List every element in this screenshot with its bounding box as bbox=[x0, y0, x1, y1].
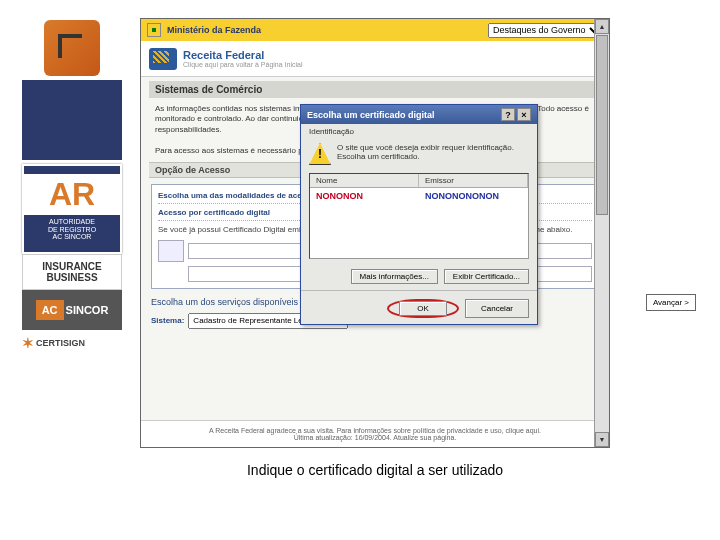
cert-name-cell: NONONON bbox=[310, 188, 419, 204]
brazil-flag-icon bbox=[147, 23, 161, 37]
scroll-down-button[interactable]: ▼ bbox=[595, 432, 609, 447]
ar-logo-text: AR bbox=[24, 174, 120, 215]
ar-logo: AR AUTORIDADE DE REGISTRO AC SINCOR bbox=[22, 164, 122, 254]
cancel-button[interactable]: Cancelar bbox=[465, 299, 529, 318]
dialog-title-text: Escolha um certificado digital bbox=[307, 110, 435, 120]
dialog-titlebar[interactable]: Escolha um certificado digital ? × bbox=[301, 105, 537, 124]
vertical-scrollbar[interactable]: ▲ ▼ bbox=[594, 19, 609, 447]
dialog-subheader: Identificação bbox=[301, 124, 537, 139]
certificate-row[interactable]: NONONON NONONONONON bbox=[310, 188, 528, 204]
insurance-logo: INSURANCE BUSINESS bbox=[22, 254, 122, 290]
more-info-button[interactable]: Mais informações... bbox=[351, 269, 438, 284]
view-certificate-button[interactable]: Exibir Certificado... bbox=[444, 269, 529, 284]
receita-header: Receita Federal Clique aqui para voltar … bbox=[141, 41, 609, 77]
certificate-dialog: Escolha um certificado digital ? × Ident… bbox=[300, 104, 538, 325]
ac-sincor-logo: AC SINCOR bbox=[22, 290, 122, 330]
dialog-bottom-buttons: OK Cancelar bbox=[301, 293, 537, 324]
page-footer: A Receita Federal agradece a sua visita.… bbox=[141, 420, 609, 447]
dialog-help-button[interactable]: ? bbox=[501, 108, 515, 121]
certificate-listbox[interactable]: Nome Emissor NONONON NONONONONON bbox=[309, 173, 529, 259]
cert-list-header: Nome Emissor bbox=[310, 174, 528, 188]
receita-home-link[interactable]: Clique aqui para voltar à Página Inicial bbox=[183, 61, 302, 68]
star-icon: ✶ bbox=[22, 335, 34, 351]
blue-spacer bbox=[22, 80, 122, 160]
sincor-text: SINCOR bbox=[66, 304, 109, 316]
section-title: Sistemas de Comércio bbox=[149, 81, 601, 98]
certificate-icon[interactable] bbox=[158, 240, 184, 262]
system-label: Sistema: bbox=[151, 316, 184, 325]
scroll-thumb[interactable] bbox=[596, 35, 608, 215]
ministry-label: Ministério da Fazenda bbox=[167, 25, 261, 35]
column-name[interactable]: Nome bbox=[310, 174, 419, 187]
certisign-logo: ✶ CERTISIGN bbox=[22, 330, 122, 356]
ok-button[interactable]: OK bbox=[399, 301, 447, 316]
receita-title: Receita Federal bbox=[183, 49, 302, 61]
government-bar: Ministério da Fazenda Destaques do Gover… bbox=[141, 19, 609, 41]
slide-caption: Indique o certificado digital a ser util… bbox=[160, 462, 590, 478]
cert-issuer-cell: NONONONONON bbox=[419, 188, 528, 204]
logo-sidebar: AR AUTORIDADE DE REGISTRO AC SINCOR INSU… bbox=[22, 20, 122, 356]
ac-text: AC bbox=[36, 300, 64, 320]
dialog-close-button[interactable]: × bbox=[517, 108, 531, 121]
receita-logo-icon bbox=[149, 48, 177, 70]
dialog-message: ! O site que você deseja exibir requer i… bbox=[301, 139, 537, 169]
government-highlights-select[interactable]: Destaques do Governo bbox=[488, 23, 603, 38]
warning-icon: ! bbox=[309, 143, 331, 165]
dialog-mid-buttons: Mais informações... Exibir Certificado..… bbox=[301, 263, 537, 291]
cd-logo bbox=[22, 20, 122, 76]
advance-button[interactable]: Avançar > bbox=[646, 294, 696, 311]
ar-logo-sub: AUTORIDADE DE REGISTRO AC SINCOR bbox=[45, 215, 99, 244]
column-issuer[interactable]: Emissor bbox=[419, 174, 528, 187]
ok-highlight: OK bbox=[387, 299, 459, 318]
scroll-up-button[interactable]: ▲ bbox=[595, 19, 609, 34]
